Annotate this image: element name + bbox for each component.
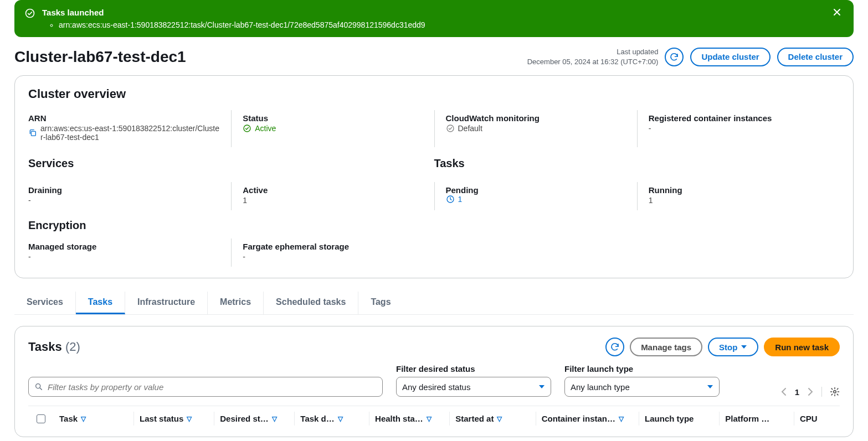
draining-block: Draining - [28,182,231,210]
sort-icon: ▽ [272,415,277,423]
col-platform[interactable]: Platform … [720,412,794,426]
cw-label: CloudWatch monitoring [446,113,626,123]
empty-block [637,238,840,267]
filter-desired-status-dropdown[interactable]: Any desired status [396,377,551,397]
next-page-button[interactable] [807,387,814,396]
draining-value: - [28,196,220,205]
col-task-def[interactable]: Task d… ▽ [295,412,369,426]
fargate-label: Fargate ephemeral storage [243,242,423,251]
active-label: Active [243,185,423,195]
overview-row-sections: Services Tasks [28,154,840,182]
refresh-icon [610,342,620,352]
filter-launch-type-dropdown[interactable]: Any launch type [564,377,720,397]
managed-block: Managed storage - [28,238,231,267]
update-cluster-button[interactable]: Update cluster [690,48,770,66]
copy-icon[interactable] [28,128,37,137]
col-task[interactable]: Task ▽ [54,412,134,426]
running-block: Running 1 [637,182,840,210]
active-block: Active 1 [231,182,434,210]
tasks-actions: Manage tags Stop Run new task [605,338,840,356]
running-label: Running [649,185,829,195]
select-all-checkbox[interactable] [37,414,45,423]
col-started-at[interactable]: Started at ▽ [450,412,536,426]
filter-row: Filter desired status Any desired status… [28,364,840,397]
col-health-status[interactable]: Health sta… ▽ [369,412,450,426]
status-label: Status [243,113,423,123]
gear-icon [830,387,840,397]
running-value: 1 [649,196,829,205]
clock-icon [446,195,455,204]
fargate-value: - [243,252,423,261]
col-last-status[interactable]: Last status ▽ [134,412,214,426]
sort-icon: ▽ [427,415,432,423]
search-input[interactable] [48,382,377,392]
tab-infrastructure[interactable]: Infrastructure [125,292,208,314]
page-header: Cluster-lab67-test-dec1 Last updated Dec… [0,43,868,75]
col-container-instance[interactable]: Container instan… ▽ [536,412,639,426]
tasks-title: Tasks [434,157,829,170]
delete-cluster-button[interactable]: Delete cluster [777,48,854,66]
tasks-title-text: Tasks [28,340,62,354]
refresh-icon [669,52,679,62]
tab-metrics[interactable]: Metrics [208,292,264,314]
header-actions: Last updated December 05, 2024 at 16:32 … [527,47,854,66]
col-cpu[interactable]: CPU [794,412,840,426]
stop-button[interactable]: Stop [708,338,758,356]
cw-block: CloudWatch monitoring Default [434,110,637,147]
col-launch-type[interactable]: Launch type [639,412,720,426]
sort-icon: ▽ [497,415,502,423]
active-value: 1 [243,196,423,205]
overview-row-1: ARN arn:aws:ecs:us-east-1:590183822512:c… [28,110,840,147]
services-section: Services [28,154,434,182]
tasks-refresh-button[interactable] [605,338,624,356]
search-wrap[interactable] [28,377,383,397]
prev-page-button[interactable] [780,387,787,396]
svg-point-3 [447,125,454,132]
manage-tags-button[interactable]: Manage tags [630,338,702,356]
overview-row-3: Managed storage - Fargate ephemeral stor… [28,238,840,267]
pending-link[interactable]: 1 [446,195,626,204]
overview-title: Cluster overview [28,87,840,101]
cw-value-row: Default [446,124,626,133]
tab-tasks[interactable]: Tasks [76,292,125,314]
tasks-table-head: Task ▽ Last status ▽ Desired st… ▽ Task … [28,406,840,426]
flt-label: Filter launch type [564,364,720,373]
sort-icon: ▽ [619,415,624,423]
status-value-row: Active [243,124,423,133]
status-value: Active [255,124,276,133]
svg-point-0 [26,9,34,18]
col-desired-status[interactable]: Desired st… ▽ [214,412,295,426]
tasks-panel-header: Tasks (2) Manage tags Stop Run new task [28,338,840,356]
tab-services[interactable]: Services [14,292,76,314]
cw-value: Default [458,124,482,133]
rci-block: Registered container instances - [637,110,840,147]
filter-launch-type-col: Filter launch type Any launch type [564,364,720,397]
chevron-left-icon [780,387,787,396]
pending-block: Pending 1 [434,182,637,210]
managed-label: Managed storage [28,242,220,251]
banner-title: Tasks launched [42,8,824,17]
settings-button[interactable] [821,387,840,397]
refresh-button[interactable] [665,48,684,66]
tab-tags[interactable]: Tags [358,292,403,314]
empty-block [434,238,637,267]
success-banner: Tasks launched arn:aws:ecs:us-east-1:590… [14,0,854,37]
run-new-task-button[interactable]: Run new task [764,338,840,356]
tab-scheduled-tasks[interactable]: Scheduled tasks [264,292,358,314]
flt-value: Any launch type [571,382,630,392]
services-title: Services [28,157,423,170]
chevron-right-icon [807,387,814,396]
svg-rect-1 [31,131,35,136]
tasks-count: (2) [65,340,80,354]
arn-value: arn:aws:ecs:us-east-1:590183822512:clust… [40,124,220,142]
check-circle-icon [24,8,35,19]
tasks-title: Tasks (2) [28,340,80,354]
chevron-down-icon [707,383,713,390]
tasks-panel: Tasks (2) Manage tags Stop Run new task [14,326,854,437]
banner-arn: arn:aws:ecs:us-east-1:590183822512:task/… [59,20,824,29]
overview-row-2: Draining - Active 1 Pending 1 Running 1 [28,182,840,210]
close-icon[interactable] [830,8,844,17]
page-number: 1 [795,387,799,397]
fds-label: Filter desired status [396,364,551,373]
fds-value: Any desired status [402,382,470,392]
